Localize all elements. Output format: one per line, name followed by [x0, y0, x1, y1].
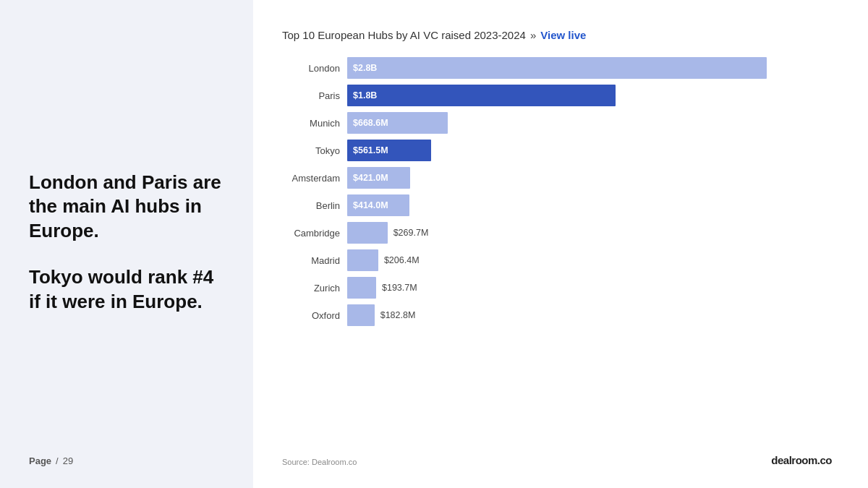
bar-city-label: Amsterdam [282, 173, 347, 184]
table-row: Paris$1.8B [282, 82, 832, 109]
bar-city-label: Munich [282, 118, 347, 129]
bar-city-label: Cambridge [282, 228, 347, 239]
table-row: Tokyo$561.5M [282, 137, 832, 164]
table-row: Cambridge$269.7M [282, 219, 832, 247]
bar-value-inside: $561.5M [353, 145, 388, 155]
bar: $561.5M [347, 140, 431, 161]
bar-value-inside: $668.6M [353, 118, 388, 128]
bar: $2.8B [347, 57, 767, 79]
bar-city-label: Madrid [282, 255, 347, 266]
bar [347, 304, 375, 326]
bar-value-outside: $182.8M [380, 310, 416, 320]
table-row: Munich$668.6M [282, 109, 832, 137]
bar-city-label: Berlin [282, 200, 347, 211]
page-label: Page [29, 455, 51, 466]
bar-value-outside: $269.7M [393, 228, 429, 238]
bar-container: $668.6M [347, 112, 832, 134]
table-row: London$2.8B [282, 54, 832, 82]
bar-container: $269.7M [347, 222, 832, 244]
bar-container: $182.8M [347, 304, 832, 326]
main-content: Top 10 European Hubs by AI VC raised 202… [253, 0, 868, 488]
bar-value-outside: $193.7M [382, 283, 417, 293]
bar-container: $421.0M [347, 167, 832, 189]
bar-container: $1.8B [347, 85, 832, 106]
bar-value-outside: $206.4M [384, 255, 420, 265]
table-row: Madrid$206.4M [282, 247, 832, 274]
table-row: Oxford$182.8M [282, 301, 832, 329]
bar: $1.8B [347, 85, 616, 106]
bar-city-label: London [282, 63, 347, 74]
bar-container: $561.5M [347, 140, 832, 161]
sidebar: London and Paris are the main AI hubs in… [0, 0, 253, 488]
bar: $414.0M [347, 194, 409, 216]
chart-title: Top 10 European Hubs by AI VC raised 202… [282, 29, 526, 41]
bar-container: $2.8B [347, 57, 832, 79]
chart-arrow: » [530, 29, 536, 41]
table-row: Berlin$414.0M [282, 192, 832, 219]
bar-value-inside: $421.0M [353, 173, 388, 183]
sidebar-footer: Page / 29 [29, 455, 224, 466]
bar-container: $193.7M [347, 277, 832, 299]
bar-container: $206.4M [347, 249, 832, 271]
bar [347, 249, 378, 271]
bar: $668.6M [347, 112, 448, 134]
bar-chart: London$2.8BParis$1.8BMunich$668.6MTokyo$… [282, 54, 832, 447]
sidebar-text-2: Tokyo would rank #4 if it were in Europe… [29, 265, 224, 314]
bar-value-inside: $2.8B [353, 63, 377, 73]
bar-container: $414.0M [347, 194, 832, 216]
table-row: Amsterdam$421.0M [282, 164, 832, 192]
bar [347, 277, 376, 299]
view-live-link[interactable]: View live [540, 29, 586, 41]
table-row: Zurich$193.7M [282, 274, 832, 301]
sidebar-content: London and Paris are the main AI hubs in… [29, 171, 224, 314]
chart-header: Top 10 European Hubs by AI VC raised 202… [282, 29, 832, 41]
bar-value-inside: $414.0M [353, 200, 388, 210]
page-separator: / [56, 455, 59, 466]
bar-city-label: Tokyo [282, 145, 347, 156]
bar: $421.0M [347, 167, 410, 189]
page-number: 29 [63, 455, 73, 466]
bar-city-label: Oxford [282, 310, 347, 321]
main-footer: Source: Dealroom.co dealroom.co [282, 454, 832, 466]
bar [347, 222, 388, 244]
bar-city-label: Paris [282, 90, 347, 101]
sidebar-text-1: London and Paris are the main AI hubs in… [29, 171, 224, 244]
bar-value-inside: $1.8B [353, 90, 377, 100]
source-text: Source: Dealroom.co [282, 458, 357, 466]
bar-city-label: Zurich [282, 283, 347, 294]
dealroom-logo: dealroom.co [771, 454, 832, 466]
